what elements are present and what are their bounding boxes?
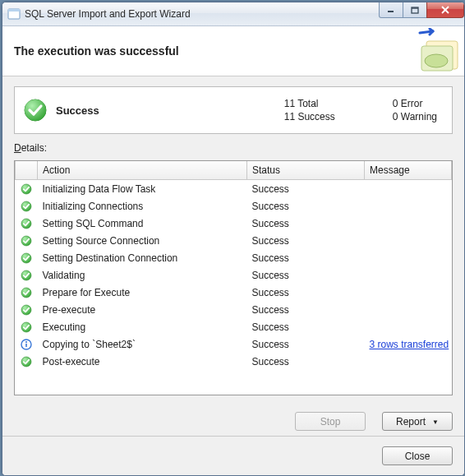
- table-row[interactable]: Post-executeSuccess: [16, 353, 452, 370]
- summary-status: Success: [56, 104, 284, 117]
- cell-status: Success: [247, 232, 365, 249]
- success-icon: [16, 284, 38, 301]
- cell-message: [365, 249, 452, 266]
- details-label: Details:: [14, 142, 453, 154]
- summary-box: Success 11 Total 0 Error 11 Success 0 Wa…: [14, 86, 453, 134]
- summary-counts: 11 Total 0 Error 11 Success 0 Warning: [284, 98, 437, 122]
- col-message[interactable]: Message: [365, 161, 452, 180]
- table-row[interactable]: Initializing ConnectionsSuccess: [16, 197, 452, 215]
- count-success: 11 Success: [284, 111, 335, 122]
- cell-action: Executing: [38, 318, 247, 335]
- success-icon: [16, 301, 38, 318]
- svg-point-22: [25, 341, 27, 343]
- cell-action: Setting SQL Command: [38, 215, 247, 232]
- cell-message: [365, 215, 452, 232]
- success-icon: [16, 353, 38, 370]
- cell-action: Setting Source Connection: [38, 232, 247, 249]
- svg-rect-23: [25, 344, 27, 348]
- table-row[interactable]: Setting SQL CommandSuccess: [16, 215, 452, 232]
- cell-action: Prepare for Execute: [38, 284, 247, 301]
- success-icon: [16, 180, 38, 198]
- window-controls: [380, 2, 464, 18]
- app-icon: [7, 7, 21, 21]
- minimize-button[interactable]: [379, 2, 403, 18]
- cell-status: Success: [247, 266, 365, 284]
- col-status[interactable]: Status: [247, 161, 365, 180]
- svg-rect-1: [8, 9, 20, 12]
- cell-status: Success: [247, 180, 365, 198]
- cell-status: Success: [247, 335, 365, 353]
- cell-action: Pre-execute: [38, 301, 247, 318]
- success-icon: [16, 266, 38, 284]
- stop-button: Stop: [295, 412, 366, 431]
- titlebar[interactable]: SQL Server Import and Export Wizard: [2, 2, 464, 26]
- chevron-down-icon: ▼: [432, 418, 439, 426]
- window-close-button[interactable]: [426, 2, 464, 18]
- cell-status: Success: [247, 249, 365, 266]
- info-icon: [16, 335, 38, 353]
- header-area: The execution was successful: [2, 26, 464, 76]
- cell-message: [365, 284, 452, 301]
- footer-buttons: Close: [2, 436, 464, 475]
- cell-message: [365, 301, 452, 318]
- table-row[interactable]: Setting Source ConnectionSuccess: [16, 232, 452, 249]
- window-title: SQL Server Import and Export Wizard: [25, 8, 191, 20]
- cell-status: Success: [247, 197, 365, 215]
- col-icon[interactable]: [16, 161, 38, 180]
- cell-status: Success: [247, 301, 365, 318]
- table-row[interactable]: Pre-executeSuccess: [16, 301, 452, 318]
- cell-action: Initializing Connections: [38, 197, 247, 215]
- cell-message: [365, 197, 452, 215]
- details-table-wrap: Action Status Message Initializing Data …: [14, 160, 453, 395]
- success-icon: [16, 232, 38, 249]
- cell-status: Success: [247, 353, 365, 370]
- cell-message: [365, 266, 452, 284]
- table-row[interactable]: ExecutingSuccess: [16, 318, 452, 335]
- cell-message: 3 rows transferred: [365, 335, 452, 353]
- success-icon: [16, 215, 38, 232]
- table-row[interactable]: Prepare for ExecuteSuccess: [16, 284, 452, 301]
- success-icon: [16, 249, 38, 266]
- cell-status: Success: [247, 284, 365, 301]
- wizard-window: SQL Server Import and Export Wizard The …: [2, 2, 465, 476]
- body: Success 11 Total 0 Error 11 Success 0 Wa…: [2, 76, 464, 160]
- count-total: 11 Total: [284, 98, 335, 109]
- table-row[interactable]: ValidatingSuccess: [16, 266, 452, 284]
- col-action[interactable]: Action: [38, 161, 247, 180]
- table-row[interactable]: Copying to `Sheet2$`Success3 rows transf…: [16, 335, 452, 353]
- report-button[interactable]: Report▼: [382, 412, 453, 431]
- count-error: 0 Error: [393, 98, 437, 109]
- cell-message: [365, 180, 452, 198]
- page-title: The execution was successful: [14, 44, 179, 58]
- action-buttons: Stop Report▼: [2, 404, 464, 436]
- cell-action: Copying to `Sheet2$`: [38, 335, 247, 353]
- table-row[interactable]: Setting Destination ConnectionSuccess: [16, 249, 452, 266]
- svg-point-9: [425, 54, 448, 67]
- success-icon: [16, 318, 38, 335]
- cell-action: Validating: [38, 266, 247, 284]
- maximize-button[interactable]: [403, 2, 427, 18]
- cell-message: [365, 232, 452, 249]
- cell-status: Success: [247, 215, 365, 232]
- header-graphic-icon: [415, 28, 461, 74]
- cell-status: Success: [247, 318, 365, 335]
- success-icon: [16, 197, 38, 215]
- cell-message: [365, 353, 452, 370]
- cell-action: Initializing Data Flow Task: [38, 180, 247, 198]
- count-warning: 0 Warning: [393, 111, 437, 122]
- details-table: Action Status Message Initializing Data …: [15, 161, 452, 370]
- table-row[interactable]: Initializing Data Flow TaskSuccess: [16, 180, 452, 198]
- cell-message: [365, 318, 452, 335]
- message-link[interactable]: 3 rows transferred: [370, 339, 449, 350]
- cell-action: Post-execute: [38, 353, 247, 370]
- close-button[interactable]: Close: [382, 446, 453, 465]
- success-icon: [23, 98, 48, 122]
- cell-action: Setting Destination Connection: [38, 249, 247, 266]
- svg-point-11: [25, 99, 46, 121]
